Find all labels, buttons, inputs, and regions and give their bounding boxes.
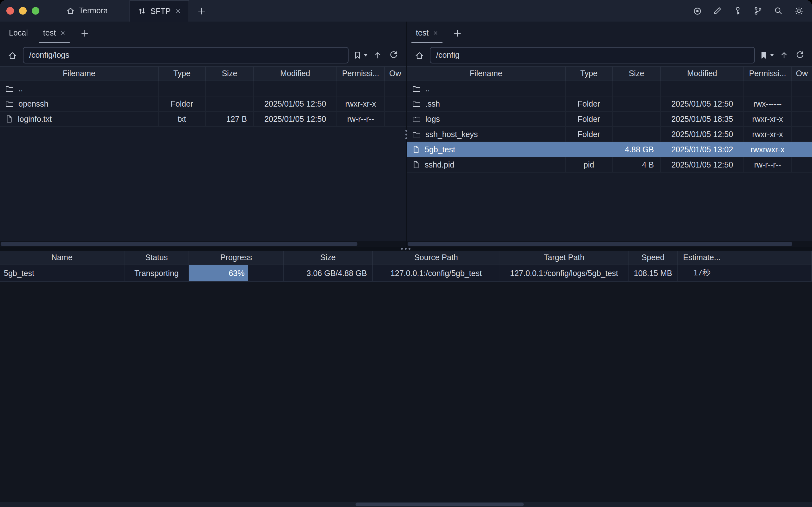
- close-tab-icon[interactable]: [433, 31, 438, 36]
- transfer-progress-bar: 63%: [189, 265, 284, 281]
- right-refresh-button[interactable]: [794, 48, 806, 63]
- file-icon: [412, 161, 420, 169]
- plus-icon: [198, 7, 206, 15]
- tab-termora[interactable]: Termora: [60, 0, 114, 21]
- column-header-source-path[interactable]: Source Path: [373, 250, 500, 265]
- new-tab-button[interactable]: [189, 0, 214, 21]
- scrollbar-thumb[interactable]: [408, 242, 792, 246]
- window-controls: [0, 0, 46, 21]
- zoom-window-button[interactable]: [32, 7, 39, 15]
- file-row-parent[interactable]: ..: [407, 81, 812, 97]
- record-button[interactable]: [690, 4, 704, 18]
- scrollbar-thumb[interactable]: [356, 503, 524, 506]
- folder-icon: [412, 99, 421, 108]
- folder-icon: [5, 84, 14, 93]
- right-path-input[interactable]: [430, 47, 755, 63]
- tab-sftp[interactable]: SFTP: [129, 0, 189, 21]
- right-bookmark-button[interactable]: [759, 51, 774, 60]
- arrow-up-icon: [779, 51, 789, 60]
- chevron-down-icon: [364, 54, 368, 56]
- left-home-button[interactable]: [6, 48, 18, 63]
- column-header-estimate[interactable]: Estimate...: [678, 250, 726, 265]
- file-row-ssh-host-keys[interactable]: ssh_host_keys Folder 2025/01/05 12:50 rw…: [407, 127, 812, 142]
- file-name: ..: [18, 84, 23, 93]
- file-row-loginfo[interactable]: loginfo.txt txt 127 B 2025/01/05 12:50 r…: [0, 112, 406, 127]
- file-row-openssh[interactable]: openssh Folder 2025/01/05 12:50 rwxr-xr-…: [0, 97, 406, 112]
- left-pane-tabs: Local test: [0, 21, 406, 44]
- settings-button[interactable]: [792, 4, 806, 18]
- pane-splitter[interactable]: [406, 21, 407, 247]
- transfer-estimate: 17秒: [678, 265, 726, 281]
- home-icon: [66, 6, 75, 15]
- column-header-filename[interactable]: Filename: [407, 67, 566, 80]
- column-header-permissions[interactable]: Permissi...: [744, 67, 792, 80]
- tab-local[interactable]: Local: [1, 21, 36, 44]
- column-header-size[interactable]: Size: [613, 67, 661, 80]
- file-name: .ssh: [425, 99, 440, 108]
- left-path-input[interactable]: [23, 47, 348, 63]
- edit-button[interactable]: [710, 4, 724, 18]
- search-icon: [774, 6, 783, 15]
- column-header-modified[interactable]: Modified: [661, 67, 744, 80]
- scrollbar-thumb[interactable]: [1, 242, 358, 246]
- left-bookmark-button[interactable]: [353, 51, 368, 60]
- left-pane: Local test: [0, 21, 406, 247]
- file-row-5gb-test-selected[interactable]: 5gb_test 4.88 GB 2025/01/05 13:02 rwxrwx…: [407, 142, 812, 157]
- tab-test-right[interactable]: test: [408, 21, 446, 44]
- left-file-rows: .. openssh Folder 2025/01/05 12:50 rwxr-…: [0, 81, 406, 241]
- titlebar-actions: [690, 0, 806, 21]
- file-row-ssh[interactable]: .ssh Folder 2025/01/05 12:50 rwx------: [407, 97, 812, 112]
- transfer-row-5gb-test[interactable]: 5gb_test Transporting 63% 3.06 GB/4.88 G…: [0, 265, 812, 282]
- key-icon: [733, 6, 742, 15]
- minimize-window-button[interactable]: [19, 7, 27, 15]
- port-forwarding-button[interactable]: [751, 4, 765, 18]
- bookmark-filled-icon: [759, 51, 768, 60]
- left-toolbar: [0, 44, 406, 66]
- left-refresh-button[interactable]: [388, 48, 399, 63]
- search-button[interactable]: [771, 4, 785, 18]
- column-header-target-path[interactable]: Target Path: [500, 250, 629, 265]
- column-header-type[interactable]: Type: [159, 67, 206, 80]
- refresh-icon: [389, 51, 398, 60]
- file-name: ..: [425, 84, 430, 93]
- column-header-filename[interactable]: Filename: [0, 67, 159, 80]
- right-table-header: Filename Type Size Modified Permissi... …: [407, 66, 812, 81]
- plus-icon: [453, 29, 462, 37]
- column-header-modified[interactable]: Modified: [254, 67, 337, 80]
- transfer-splitter[interactable]: [0, 247, 812, 250]
- column-header-size[interactable]: Size: [206, 67, 254, 80]
- splitter-handle-icon: [405, 129, 407, 139]
- column-header-owner[interactable]: Ow: [792, 67, 812, 80]
- file-row-sshd-pid[interactable]: sshd.pid pid 4 B 2025/01/05 12:50 rw-r--…: [407, 157, 812, 173]
- add-tab-right-button[interactable]: [446, 21, 469, 44]
- column-header-name[interactable]: Name: [0, 250, 124, 265]
- folder-icon: [412, 115, 421, 123]
- file-panes: Local test: [0, 21, 812, 247]
- titlebar: Termora SFTP: [0, 0, 812, 21]
- close-window-button[interactable]: [6, 7, 14, 15]
- right-toolbar: [407, 44, 812, 66]
- file-row-logs[interactable]: logs Folder 2025/01/05 18:35 rwxr-xr-x: [407, 112, 812, 127]
- column-header-permissions[interactable]: Permissi...: [337, 67, 385, 80]
- column-header-owner[interactable]: Ow: [385, 67, 406, 80]
- close-sftp-tab-icon[interactable]: [175, 8, 181, 14]
- left-up-button[interactable]: [372, 48, 383, 63]
- keys-button[interactable]: [731, 4, 745, 18]
- tab-test-left[interactable]: test: [36, 21, 73, 44]
- column-header-progress[interactable]: Progress: [189, 250, 284, 265]
- splitter-handle-icon: [401, 248, 411, 250]
- close-tab-icon[interactable]: [60, 31, 65, 36]
- file-icon: [5, 115, 13, 123]
- column-header-status[interactable]: Status: [124, 250, 189, 265]
- sftp-tab-label: SFTP: [151, 7, 171, 15]
- folder-icon: [412, 130, 421, 138]
- column-header-size[interactable]: Size: [284, 250, 373, 265]
- left-file-table: Filename Type Size Modified Permissi... …: [0, 66, 406, 247]
- add-tab-left-button[interactable]: [73, 21, 97, 44]
- right-horizontal-scrollbar: [407, 241, 812, 247]
- right-up-button[interactable]: [778, 48, 790, 63]
- right-home-button[interactable]: [413, 48, 425, 63]
- column-header-speed[interactable]: Speed: [629, 250, 678, 265]
- column-header-type[interactable]: Type: [566, 67, 613, 80]
- file-row-parent[interactable]: ..: [0, 81, 406, 97]
